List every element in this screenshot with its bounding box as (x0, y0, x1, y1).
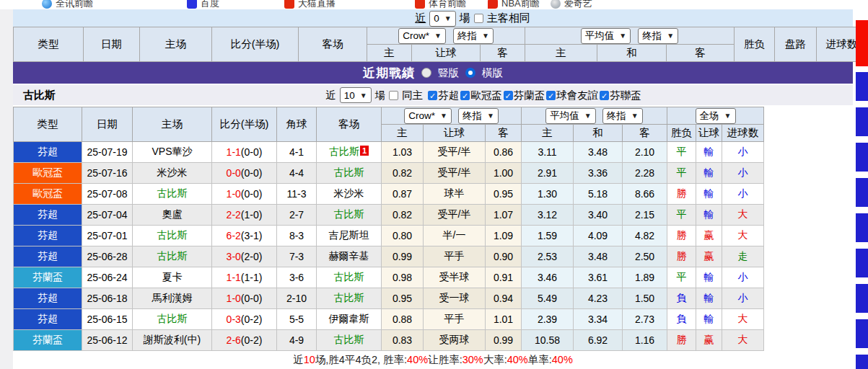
avg-draw-odds-cell: 6.92 (574, 330, 623, 351)
home-team-name[interactable]: 米沙米 (157, 166, 188, 178)
bookmark-item[interactable]: 爱奇艺 (551, 0, 592, 9)
col-sub-home: 主 (382, 125, 424, 142)
bookmark-item[interactable]: NBA前瞻 (488, 0, 540, 9)
final-odds-value: 终指 (463, 109, 482, 123)
match-count-select[interactable]: 10▼ (340, 87, 372, 103)
league-filter[interactable]: ✓球會友誼 (546, 89, 598, 102)
avg-home-odds-cell: 3.12 (522, 205, 574, 226)
match-date-cell: 25-07-01 (82, 226, 133, 246)
home-team-name[interactable]: 古比斯 (157, 187, 188, 199)
away-team-name[interactable]: 吉尼斯坦 (329, 229, 369, 241)
home-team-name[interactable]: VPS華沙 (152, 146, 192, 157)
match-date-cell: 25-07-16 (82, 163, 133, 184)
bookmaker-select[interactable]: Crow*▼ (398, 28, 446, 44)
away-team-name[interactable]: 古比斯 (334, 166, 364, 178)
checkbox-checked-icon[interactable]: ✓ (428, 91, 437, 100)
league-filter[interactable]: ✓歐冠盃 (460, 89, 502, 102)
bookmarks-bar: 全讯前瞻百度大猫直播体育前瞻NBA前瞻爱奇艺 (0, 0, 868, 9)
away-team-name[interactable]: 古比斯 (334, 271, 364, 283)
bookmaker-select[interactable]: Crow*▼ (404, 108, 452, 124)
match-date-cell: 25-06-12 (82, 330, 133, 351)
handicap-line-cell: 受平/半 (424, 142, 486, 163)
result-cell: 勝 (667, 226, 696, 246)
average-select-value: 平均值 (550, 109, 579, 123)
away-team-cell: 赫爾辛基 (317, 246, 382, 267)
summary-segment: 40% (552, 354, 573, 365)
col-sub-away: 客 (481, 45, 525, 62)
strip-block (856, 355, 868, 369)
league-filters: ✓芬超✓歐冠盃✓芬蘭盃✓球會友誼✓芬聯盃 (426, 89, 641, 102)
full-time-score: 1-0 (227, 293, 241, 304)
summary-segment: 场,胜4平4负2, 胜率: (315, 353, 407, 367)
goals-cell: 小 (722, 142, 764, 163)
home-team-name[interactable]: 馬利漢姆 (152, 292, 193, 303)
away-team-name[interactable]: 赫爾辛基 (329, 250, 369, 262)
home-team-name[interactable]: 夏卡 (162, 271, 183, 283)
league-filter[interactable]: ✓芬超 (428, 89, 459, 102)
half-time-score: (0-0) (241, 146, 263, 158)
final-odds-select[interactable]: 終指▼ (453, 28, 494, 44)
final-odds-select-2[interactable]: 终指▼ (602, 108, 643, 124)
home-team-name[interactable]: 古比斯 (157, 229, 188, 241)
away-team-name[interactable]: 米沙米 (334, 187, 364, 199)
chevron-down-icon: ▼ (434, 29, 442, 43)
half-time-score: (0-2) (241, 314, 263, 325)
away-team-name[interactable]: 古比斯 (329, 146, 359, 157)
vertical-view-radio[interactable] (421, 68, 431, 78)
avg-draw-odds-cell: 4.09 (574, 226, 623, 246)
full-match-select[interactable]: 全场▼ (696, 108, 736, 124)
league-filter[interactable]: ✓芬蘭盃 (504, 89, 545, 102)
bookmark-item[interactable]: 百度 (187, 0, 219, 9)
col-home: 主场 (133, 107, 212, 142)
avg-home-odds-cell: 3.11 (522, 142, 574, 163)
away-team-name[interactable]: 伊爾韋斯 (329, 313, 369, 324)
handicap-line-cell: 受半球 (424, 267, 486, 288)
average-select[interactable]: 平均值▼ (581, 28, 631, 44)
bookmark-item[interactable]: 体育前瞻 (415, 0, 466, 9)
score-cell: 0-3(0-2) (212, 309, 277, 330)
away-team-cell: 古比斯 (317, 163, 382, 184)
checkbox-checked-icon[interactable]: ✓ (546, 91, 556, 100)
half-time-score: (0-2) (241, 334, 263, 346)
bookmark-item[interactable]: 大猫直播 (284, 0, 336, 9)
col-sub-away2: 客 (667, 45, 735, 62)
final-odds-select[interactable]: 终指▼ (458, 108, 499, 124)
checkbox-checked-icon[interactable]: ✓ (600, 91, 609, 100)
filter-bar: 近 0▼ 場 主客相同 (13, 9, 853, 27)
handicap-result-cell: 輸 (696, 142, 722, 163)
chevron-down-icon: ▼ (619, 29, 626, 43)
horizontal-view-radio[interactable] (465, 68, 475, 78)
result-cell: 負 (667, 309, 696, 330)
home-team-cell: 奧盧 (133, 205, 212, 226)
home-team-name[interactable]: 古比斯 (157, 313, 188, 324)
same-home-checkbox[interactable] (389, 91, 398, 100)
away-team-name[interactable]: 古比斯 (334, 292, 364, 303)
avg-away-odds-cell: 2.28 (623, 163, 667, 184)
home-team-name[interactable]: 奧盧 (162, 208, 183, 220)
goals-cell: 大 (722, 309, 764, 330)
avg-group-header: 平均值▼ 终指▼ (522, 107, 667, 125)
col-away: 客场 (299, 27, 367, 62)
league-label: 球會友誼 (556, 89, 598, 102)
home-team-name[interactable]: 謝斯波利(中) (144, 334, 201, 345)
crow-home-odds-cell: 1.03 (382, 142, 424, 163)
col-sub-handicap: 让球 (424, 125, 486, 142)
col-sub-away: 客 (486, 125, 522, 142)
final-odds-select-2[interactable]: 终指▼ (638, 28, 678, 44)
full-time-score: 0-3 (227, 314, 241, 325)
checkbox-checked-icon[interactable]: ✓ (504, 91, 513, 100)
near-count-select[interactable]: 0▼ (429, 11, 455, 27)
bookmark-item[interactable]: 全讯前瞻 (42, 0, 93, 9)
avg-draw-odds-cell: 3.48 (574, 142, 623, 163)
avg-draw-odds-cell: 3.34 (574, 309, 623, 330)
away-team-name[interactable]: 古比斯 (334, 208, 364, 220)
home-team-name[interactable]: 古比斯 (157, 250, 188, 262)
handicap-line-cell: 受平/半 (424, 205, 486, 226)
same-home-away-checkbox[interactable] (474, 14, 483, 23)
away-team-name[interactable]: 古比斯 (334, 334, 364, 345)
near-link[interactable]: 近 (415, 12, 426, 25)
league-filter[interactable]: ✓芬聯盃 (600, 89, 641, 102)
average-select[interactable]: 平均值▼ (545, 108, 595, 124)
checkbox-checked-icon[interactable]: ✓ (460, 91, 470, 100)
handicap-result-cell: 赢 (696, 330, 722, 351)
